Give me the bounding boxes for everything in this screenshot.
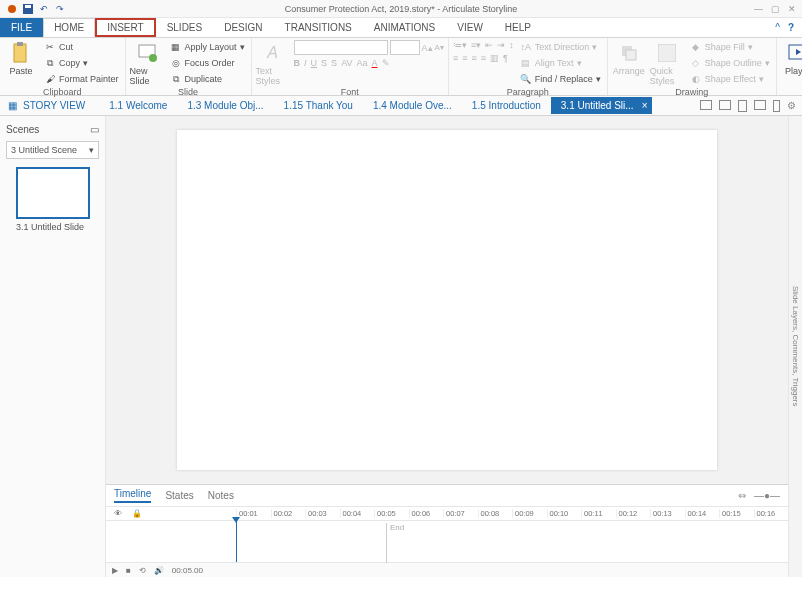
tab-states[interactable]: States bbox=[165, 490, 193, 501]
indent-icon[interactable]: ⇥ bbox=[497, 40, 505, 50]
underline-button[interactable]: U bbox=[311, 58, 318, 68]
slide-thumbnail[interactable] bbox=[16, 167, 90, 219]
group-clipboard: Paste ✂Cut ⧉Copy ▾ 🖌Format Painter Clipb… bbox=[0, 38, 126, 95]
cut-button[interactable]: ✂Cut bbox=[42, 40, 121, 54]
stop-icon[interactable]: ■ bbox=[126, 566, 131, 575]
group-publish: Player Preview Publish Publish bbox=[777, 38, 802, 95]
font-color-button[interactable]: A bbox=[371, 58, 377, 68]
slidetab-3[interactable]: 1.4 Module Ove... bbox=[363, 97, 462, 114]
slidetab-0[interactable]: 1.1 Welcome bbox=[99, 97, 177, 114]
slidetab-2[interactable]: 1.15 Thank You bbox=[274, 97, 363, 114]
tab-help[interactable]: HELP bbox=[494, 18, 542, 37]
player-button[interactable]: Player bbox=[781, 40, 802, 76]
play-icon[interactable]: ▶ bbox=[112, 566, 118, 575]
scenes-menu-icon[interactable]: ▭ bbox=[90, 124, 99, 135]
font-size-select[interactable] bbox=[390, 40, 420, 55]
align-center-icon[interactable]: ≡ bbox=[462, 53, 467, 63]
story-view-label[interactable]: STORY VIEW bbox=[23, 100, 85, 111]
copy-button[interactable]: ⧉Copy ▾ bbox=[42, 56, 121, 70]
duplicate-button[interactable]: ⧉Duplicate bbox=[168, 72, 247, 86]
paste-button[interactable]: Paste bbox=[4, 40, 38, 76]
svg-point-0 bbox=[8, 5, 16, 13]
tab-animations[interactable]: ANIMATIONS bbox=[363, 18, 446, 37]
justify-icon[interactable]: ≡ bbox=[481, 53, 486, 63]
bold-button[interactable]: B bbox=[294, 58, 301, 68]
save-icon[interactable] bbox=[22, 3, 34, 15]
grow-font-icon[interactable]: A▴ bbox=[422, 43, 433, 53]
collapse-ribbon-icon[interactable]: ^ bbox=[775, 22, 780, 33]
view-phone-portrait-icon[interactable] bbox=[773, 100, 780, 112]
volume-icon[interactable]: 🔊 bbox=[154, 566, 164, 575]
undo-icon[interactable]: ↶ bbox=[38, 3, 50, 15]
right-rail[interactable]: Slide Layers, Comments, Triggers bbox=[788, 116, 802, 577]
tab-insert[interactable]: INSERT bbox=[95, 18, 156, 37]
tab-file[interactable]: FILE bbox=[0, 18, 43, 37]
timeline-zoom-fit-icon[interactable]: ⇔ bbox=[738, 490, 746, 501]
layout-icon: ▦ bbox=[170, 41, 182, 53]
story-view-icon[interactable]: ▦ bbox=[8, 100, 17, 111]
lock-icon[interactable]: 🔒 bbox=[132, 509, 142, 518]
minimize-icon[interactable]: — bbox=[754, 4, 763, 14]
quick-styles-icon bbox=[656, 42, 678, 64]
redo-icon[interactable]: ↷ bbox=[54, 3, 66, 15]
shrink-font-icon[interactable]: A▾ bbox=[435, 43, 444, 52]
view-phone-landscape-icon[interactable] bbox=[754, 100, 766, 110]
font-family-select[interactable] bbox=[294, 40, 388, 55]
shape-outline-button[interactable]: ◇Shape Outline ▾ bbox=[688, 56, 772, 70]
tab-notes[interactable]: Notes bbox=[208, 490, 234, 501]
strike-button[interactable]: S bbox=[321, 58, 327, 68]
italic-button[interactable]: I bbox=[304, 58, 307, 68]
quick-styles-button[interactable]: Quick Styles bbox=[650, 40, 684, 86]
tab-home[interactable]: HOME bbox=[43, 18, 95, 37]
line-spacing-icon[interactable]: ↕ bbox=[509, 40, 514, 50]
slidetab-1[interactable]: 1.3 Module Obj... bbox=[177, 97, 273, 114]
tab-slides[interactable]: SLIDES bbox=[156, 18, 214, 37]
view-tablet-portrait-icon[interactable] bbox=[738, 100, 747, 112]
align-text-button[interactable]: ▤Align Text ▾ bbox=[518, 56, 603, 70]
slide-canvas[interactable] bbox=[177, 130, 717, 470]
case-button[interactable]: Aa bbox=[356, 58, 367, 68]
columns-icon[interactable]: ▥ bbox=[490, 53, 499, 63]
tab-view[interactable]: VIEW bbox=[446, 18, 494, 37]
view-desktop-icon[interactable] bbox=[700, 100, 712, 110]
app-icon bbox=[6, 3, 18, 15]
bullets-icon[interactable]: ≔▾ bbox=[453, 40, 467, 50]
arrange-button[interactable]: Arrange bbox=[612, 40, 646, 76]
scene-select[interactable]: 3 Untitled Scene▾ bbox=[6, 141, 99, 159]
numbering-icon[interactable]: ≡▾ bbox=[471, 40, 481, 50]
time-ruler[interactable]: 👁 🔒 00:0100:0200:0300:0400:0500:0600:070… bbox=[106, 507, 788, 521]
text-direction-button[interactable]: ↕AText Direction ▾ bbox=[518, 40, 603, 54]
close-icon[interactable]: ✕ bbox=[788, 4, 796, 14]
view-tablet-landscape-icon[interactable] bbox=[719, 100, 731, 110]
format-painter-button[interactable]: 🖌Format Painter bbox=[42, 72, 121, 86]
maximize-icon[interactable]: ▢ bbox=[771, 4, 780, 14]
tab-design[interactable]: DESIGN bbox=[213, 18, 273, 37]
slidetab-5[interactable]: 3.1 Untitled Sli... bbox=[551, 97, 652, 114]
tab-timeline[interactable]: Timeline bbox=[114, 488, 151, 503]
rewind-icon[interactable]: ⟲ bbox=[139, 566, 146, 575]
outdent-icon[interactable]: ⇤ bbox=[485, 40, 493, 50]
apply-layout-button[interactable]: ▦Apply Layout ▾ bbox=[168, 40, 247, 54]
playhead[interactable] bbox=[236, 521, 237, 562]
settings-icon[interactable]: ⚙ bbox=[787, 100, 796, 112]
slidetab-4[interactable]: 1.5 Introduction bbox=[462, 97, 551, 114]
outline-icon: ◇ bbox=[690, 57, 702, 69]
shape-fill-button[interactable]: ◆Shape Fill ▾ bbox=[688, 40, 772, 54]
spacing-button[interactable]: AV bbox=[341, 58, 352, 68]
shape-effect-button[interactable]: ◐Shape Effect ▾ bbox=[688, 72, 772, 86]
eye-icon[interactable]: 👁 bbox=[114, 509, 122, 518]
timeline-tracks[interactable]: End bbox=[106, 521, 788, 562]
text-styles-button[interactable]: A Text Styles bbox=[256, 40, 290, 86]
new-slide-button[interactable]: New Slide bbox=[130, 40, 164, 86]
tab-transitions[interactable]: TRANSITIONS bbox=[274, 18, 363, 37]
find-replace-button[interactable]: 🔍Find / Replace ▾ bbox=[518, 72, 603, 86]
focus-order-button[interactable]: ◎Focus Order bbox=[168, 56, 247, 70]
highlight-button[interactable]: ✎ bbox=[382, 58, 390, 68]
timeline-zoom-slider-icon[interactable]: —●— bbox=[754, 490, 780, 501]
help-icon[interactable]: ? bbox=[788, 22, 794, 33]
align-right-icon[interactable]: ≡ bbox=[471, 53, 476, 63]
time-tick: 00:06 bbox=[409, 509, 444, 518]
shadow-button[interactable]: S bbox=[331, 58, 337, 68]
rtl-icon[interactable]: ¶ bbox=[503, 53, 508, 63]
align-left-icon[interactable]: ≡ bbox=[453, 53, 458, 63]
